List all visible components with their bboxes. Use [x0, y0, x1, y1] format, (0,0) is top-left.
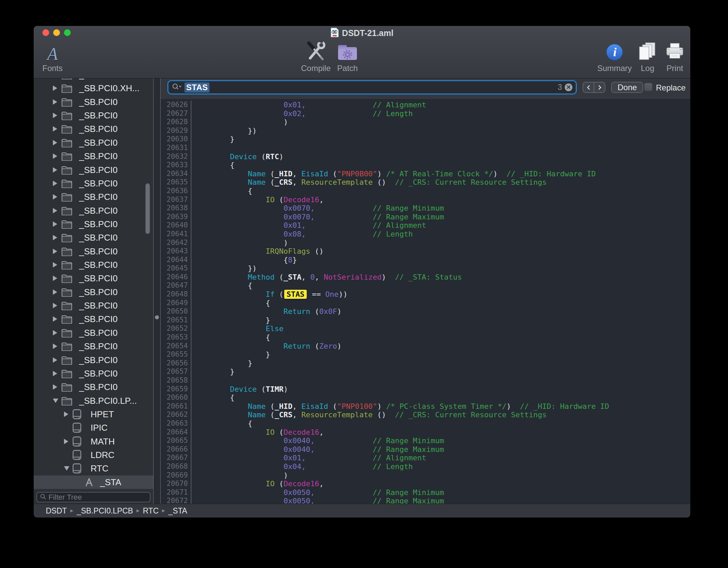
splitter-handle[interactable]: [155, 315, 159, 319]
chevron-right-icon[interactable]: [53, 126, 57, 132]
chevron-right-icon[interactable]: [53, 194, 57, 200]
tree-item--sb-pci0[interactable]: _SB.PCI0: [34, 149, 153, 163]
code-line[interactable]: 20670 IO (Decode16,: [161, 480, 690, 488]
code-line[interactable]: 20658: [161, 376, 690, 385]
code-line[interactable]: 20637 IO (Decode16,: [161, 196, 690, 204]
code-line[interactable]: 20651 }: [161, 316, 690, 325]
chevron-right-icon[interactable]: [53, 303, 57, 308]
code-line[interactable]: 20649 {: [161, 299, 690, 308]
breadcrumb-item[interactable]: DSDT: [46, 506, 67, 516]
chevron-right-icon[interactable]: [53, 249, 57, 254]
code-line[interactable]: 20635 Name (_CRS, ResourceTemplate () //…: [161, 178, 690, 187]
code-line[interactable]: 20666 0x0040, // Range Maximum: [161, 445, 690, 454]
code-line[interactable]: 20662 Name (_CRS, ResourceTemplate () //…: [161, 411, 690, 419]
filter-tree-input[interactable]: Filter Tree: [36, 492, 151, 502]
tree-item--sb-pci0[interactable]: _SB.PCI0: [34, 109, 153, 122]
code-line[interactable]: 20648 If (STAS == One)): [161, 290, 690, 299]
code-line[interactable]: 20644 {8}: [161, 256, 690, 264]
code-line[interactable]: 20646 Method (_STA, 0, NotSerialized) //…: [161, 273, 690, 282]
tree-item-ipic[interactable]: IPIC: [34, 421, 153, 434]
code-line[interactable]: 20657 }: [161, 367, 690, 376]
tree-item--sb-pci0[interactable]: _SB.PCI0: [34, 299, 153, 312]
chevron-right-icon[interactable]: [53, 208, 57, 213]
chevron-right-icon[interactable]: [53, 344, 57, 349]
find-next-button[interactable]: [594, 82, 605, 92]
code-editor[interactable]: 20626 0x01, // Alignment20627 0x02, // L…: [161, 100, 690, 504]
code-line[interactable]: 20653 {: [161, 333, 690, 342]
code-line[interactable]: 20639 0x0070, // Range Maximum: [161, 213, 690, 221]
chevron-right-icon[interactable]: [53, 85, 57, 91]
chevron-right-icon[interactable]: [53, 357, 57, 363]
code-line[interactable]: 20665 0x0040, // Range Minimum: [161, 436, 690, 445]
chevron-right-icon[interactable]: [53, 153, 57, 159]
done-button[interactable]: Done: [611, 82, 643, 93]
code-line[interactable]: 20656 }: [161, 359, 690, 368]
tree-item--sb-pci0[interactable]: _SB.PCI0: [34, 340, 153, 353]
tree-item-math[interactable]: MATH: [34, 435, 153, 448]
code-line[interactable]: 20645 }): [161, 264, 690, 273]
tree-item--sb-pci0[interactable]: _SB.PCI0: [34, 95, 153, 109]
chevron-right-icon[interactable]: [53, 289, 57, 295]
splitter[interactable]: [153, 78, 161, 504]
code-line[interactable]: 20626 0x01, // Alignment: [161, 101, 690, 109]
tree-item--sb-pci0[interactable]: _SB.PCI0: [34, 367, 153, 380]
code-line[interactable]: 20640 0x01, // Alignment: [161, 221, 690, 230]
code-line[interactable]: 20641 0x08, // Length: [161, 230, 690, 239]
chevron-right-icon[interactable]: [64, 439, 68, 444]
search-field[interactable]: STAS 3 ✕: [168, 81, 576, 94]
code-line[interactable]: 20669 ): [161, 471, 690, 480]
code-line[interactable]: 20659 Device (TIMR): [161, 385, 690, 394]
chevron-right-icon[interactable]: [53, 113, 57, 118]
tree-item--sb-pci0[interactable]: _SB.PCI0: [34, 245, 153, 258]
code-line[interactable]: 20631: [161, 144, 690, 152]
chevron-down-icon[interactable]: [64, 466, 69, 471]
code-line[interactable]: 20647 {: [161, 281, 690, 290]
chevron-right-icon[interactable]: [53, 167, 57, 173]
tree-item--sb-pci0-xh-[interactable]: _SB.PCI0.XH...: [34, 81, 153, 95]
chevron-right-icon[interactable]: [53, 99, 57, 105]
tree-item-rtc[interactable]: RTC: [34, 462, 153, 475]
code-line[interactable]: 20628 ): [161, 118, 690, 127]
tree-item--sb-pci0[interactable]: _SB.PCI0: [34, 312, 153, 326]
code-line[interactable]: 20633 {: [161, 161, 690, 170]
search-menu-icon[interactable]: [172, 83, 182, 92]
code-line[interactable]: 20630 }: [161, 135, 690, 144]
code-line[interactable]: 20642 ): [161, 239, 690, 247]
tree-item--sb-pci0[interactable]: _SB.PCI0: [34, 163, 153, 177]
tree-item--sb-pci0[interactable]: _SB.PCI0: [34, 285, 153, 299]
chevron-right-icon[interactable]: [53, 316, 57, 322]
code-line[interactable]: 20629 }): [161, 127, 690, 135]
code-line[interactable]: 20627 0x02, // Length: [161, 109, 690, 118]
chevron-right-icon[interactable]: [53, 235, 57, 240]
tree-item--sb-pci0[interactable]: _SB.PCI0: [34, 326, 153, 340]
chevron-right-icon[interactable]: [53, 262, 57, 268]
toolbar-item-fonts[interactable]: A Fonts: [34, 42, 76, 73]
code-line[interactable]: 20667 0x01, // Alignment: [161, 454, 690, 462]
chevron-right-icon[interactable]: [53, 221, 57, 227]
chevron-right-icon[interactable]: [64, 412, 68, 417]
code-line[interactable]: 20632 Device (RTC): [161, 152, 690, 161]
tree-item--sb-pci0[interactable]: _SB.PCI0: [34, 204, 153, 217]
code-line[interactable]: 20652 Else: [161, 324, 690, 333]
tree-item--sb-pci0[interactable]: _SB.PCI0: [34, 353, 153, 367]
code-line[interactable]: 20671 0x0050, // Range Minimum: [161, 488, 690, 497]
code-line[interactable]: 20650 Return (0x0F): [161, 307, 690, 316]
find-previous-button[interactable]: [583, 82, 594, 92]
search-query-text[interactable]: STAS: [185, 82, 209, 93]
code-line[interactable]: 20664 IO (Decode16,: [161, 428, 690, 437]
tree-item--sb-pci0[interactable]: _SB.PCI0: [34, 177, 153, 190]
chevron-right-icon[interactable]: [53, 384, 57, 390]
tree-item--sb-pci0[interactable]: _SB.PCI0: [34, 380, 153, 394]
code-line[interactable]: 20643 IRQNoFlags (): [161, 247, 690, 256]
chevron-right-icon[interactable]: [53, 371, 57, 376]
code-line[interactable]: 20654 Return (Zero): [161, 342, 690, 351]
breadcrumb-item[interactable]: _STA: [168, 506, 187, 516]
tree-item-hpet[interactable]: HPET: [34, 407, 153, 421]
code-line[interactable]: 20660 {: [161, 393, 690, 402]
chevron-right-icon[interactable]: [53, 276, 57, 281]
code-line[interactable]: 20668 0x04, // Length: [161, 462, 690, 471]
code-line[interactable]: 20661 Name (_HID, EisaId ("PNP0100") /* …: [161, 402, 690, 411]
tree-item--sb-pci0[interactable]: _SB.PCI0: [34, 231, 153, 244]
toolbar-item-patch[interactable]: Patch: [324, 42, 371, 73]
breadcrumb-item[interactable]: RTC: [143, 506, 159, 516]
